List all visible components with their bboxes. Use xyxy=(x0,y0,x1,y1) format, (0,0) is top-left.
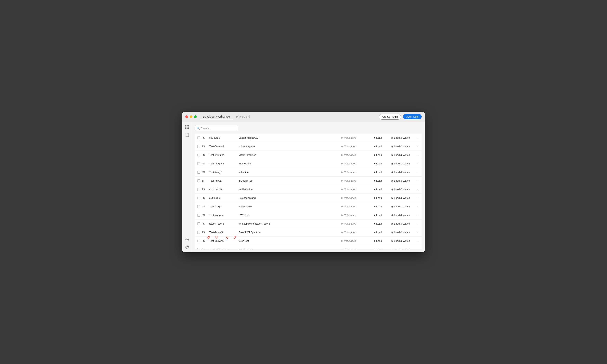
grid-icon[interactable] xyxy=(184,124,190,130)
load-button[interactable]: Load xyxy=(372,221,384,226)
load-watch-label: Load & Watch xyxy=(394,136,410,139)
more-options-button[interactable]: ··· xyxy=(416,179,420,183)
settings-icon[interactable] xyxy=(184,237,190,242)
load-button[interactable]: Load xyxy=(372,136,384,140)
load-watch-button[interactable]: ◉ Load & Watch xyxy=(390,179,411,183)
plugin-type: PS xyxy=(201,231,209,234)
add-plugin-button[interactable]: Add Plugin xyxy=(403,114,422,119)
plugin-id: dragAndDrop.com xyxy=(209,248,239,249)
load-col: Load xyxy=(372,221,390,226)
main-layout: 🔍 PS ed333fd5 ExportImagesUXP Not loaded… xyxy=(182,122,425,252)
more-options-button[interactable]: ··· xyxy=(416,213,420,217)
load-button[interactable]: Load xyxy=(372,144,384,149)
row-checkbox[interactable] xyxy=(197,145,200,148)
play-icon xyxy=(374,171,375,173)
load-button[interactable]: Load xyxy=(372,247,384,249)
plugin-name: multiWIndow xyxy=(239,188,341,191)
load-watch-button[interactable]: ◉ Load & Watch xyxy=(390,221,411,226)
row-checkbox-col xyxy=(196,154,201,156)
more-options-button[interactable]: ··· xyxy=(416,196,420,200)
load-col: Load xyxy=(372,204,390,209)
load-watch-button[interactable]: ◉ Load & Watch xyxy=(390,187,411,192)
load-button[interactable]: Load xyxy=(372,196,384,200)
status-indicator xyxy=(341,171,343,173)
row-checkbox[interactable] xyxy=(197,231,200,234)
plugin-row: PS Test-mag444 themeColor Not loaded Loa… xyxy=(195,159,422,168)
maximize-button[interactable] xyxy=(194,116,197,118)
row-checkbox[interactable] xyxy=(197,240,200,242)
status-text: Not loaded xyxy=(344,248,356,249)
more-options-button[interactable]: ··· xyxy=(416,136,420,140)
plugin-id: Test-94lwx5 xyxy=(209,231,239,234)
load-label: Load xyxy=(376,231,382,234)
row-checkbox[interactable] xyxy=(197,136,200,139)
tab-developer-workspace[interactable]: Developer Workspace xyxy=(200,114,233,120)
watch-icon: ◉ xyxy=(391,188,393,191)
more-options-button[interactable]: ··· xyxy=(416,170,420,174)
status-indicator xyxy=(341,223,343,225)
load-watch-button[interactable]: ◉ Load & Watch xyxy=(390,170,411,174)
load-watch-button[interactable]: ◉ Load & Watch xyxy=(390,136,411,140)
status-text: Not loaded xyxy=(344,154,356,156)
minimize-button[interactable] xyxy=(190,116,193,118)
load-label: Load xyxy=(376,179,382,182)
create-plugin-button[interactable]: Create Plugin xyxy=(379,114,401,119)
document-icon[interactable] xyxy=(184,132,190,137)
load-watch-button[interactable]: ◉ Load & Watch xyxy=(390,196,411,200)
more-options-button[interactable]: ··· xyxy=(416,230,420,234)
load-button[interactable]: Load xyxy=(372,179,384,183)
load-watch-button[interactable]: ◉ Load & Watch xyxy=(390,213,411,217)
more-options-button[interactable]: ··· xyxy=(416,187,420,192)
title-bar: Developer Workspace Playground Create Pl… xyxy=(182,112,425,122)
load-button[interactable]: Load xyxy=(372,239,384,243)
tab-playground[interactable]: Playground xyxy=(233,114,253,120)
row-checkbox[interactable] xyxy=(197,188,200,191)
search-wrapper: 🔍 xyxy=(195,125,238,131)
row-checkbox[interactable] xyxy=(197,214,200,217)
more-options-button[interactable]: ··· xyxy=(416,222,420,226)
more-options-button[interactable]: ··· xyxy=(416,205,420,209)
load-watch-button[interactable]: ◉ Load & Watch xyxy=(390,230,411,234)
more-col: ··· xyxy=(415,153,421,157)
play-icon xyxy=(374,231,375,233)
load-watch-button[interactable]: ◉ Load & Watch xyxy=(390,153,411,157)
load-button[interactable]: Load xyxy=(372,230,384,234)
close-button[interactable] xyxy=(185,116,188,118)
row-checkbox[interactable] xyxy=(197,180,200,182)
load-col: Load xyxy=(372,153,390,157)
more-options-button[interactable]: ··· xyxy=(416,161,420,166)
load-watch-button[interactable]: ◉ Load & Watch xyxy=(390,239,411,243)
load-watch-button[interactable]: ◉ Load & Watch xyxy=(390,144,411,149)
row-checkbox-col xyxy=(196,248,201,249)
row-checkbox[interactable] xyxy=(197,197,200,199)
load-button[interactable]: Load xyxy=(372,153,384,157)
more-options-button[interactable]: ··· xyxy=(416,239,420,243)
search-input[interactable] xyxy=(195,125,238,131)
more-col: ··· xyxy=(415,136,421,140)
row-checkbox[interactable] xyxy=(197,154,200,156)
load-watch-button[interactable]: ◉ Load & Watch xyxy=(390,247,411,249)
load-button[interactable]: Load xyxy=(372,170,384,174)
plugin-id: com.double xyxy=(209,188,239,191)
row-checkbox[interactable] xyxy=(197,162,200,165)
row-checkbox[interactable] xyxy=(197,205,200,208)
load-watch-button[interactable]: ◉ Load & Watch xyxy=(390,161,411,166)
load-watch-button[interactable]: ◉ Load & Watch xyxy=(390,204,411,209)
load-button[interactable]: Load xyxy=(372,213,384,217)
row-checkbox[interactable] xyxy=(197,248,200,249)
more-col: ··· xyxy=(415,179,421,183)
load-button[interactable]: Load xyxy=(372,161,384,166)
more-options-button[interactable]: ··· xyxy=(416,144,420,149)
load-watch-col: ◉ Load & Watch xyxy=(390,170,415,174)
row-checkbox[interactable] xyxy=(197,171,200,174)
watch-icon: ◉ xyxy=(391,136,393,139)
help-icon[interactable] xyxy=(184,245,190,250)
load-watch-col: ◉ Load & Watch xyxy=(390,153,415,157)
status-indicator xyxy=(341,189,343,190)
load-button[interactable]: Load xyxy=(372,187,384,192)
more-options-button[interactable]: ··· xyxy=(416,153,420,157)
watch-icon: ◉ xyxy=(391,248,393,249)
load-button[interactable]: Load xyxy=(372,204,384,209)
row-checkbox[interactable] xyxy=(197,222,200,225)
more-options-button[interactable]: ··· xyxy=(416,247,420,249)
